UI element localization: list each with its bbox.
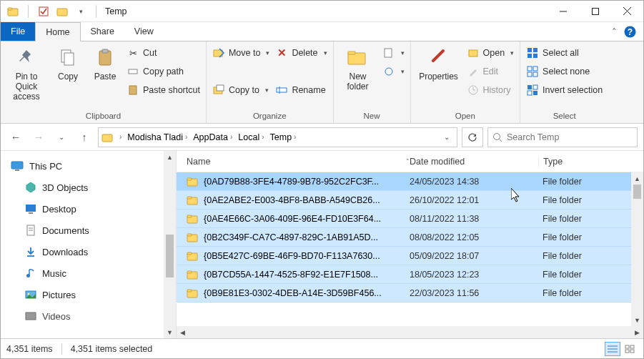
file-scrollbar-v[interactable]: ▲ ▼ [631,172,643,326]
svg-rect-53 [26,313,36,320]
file-name: {0AD79B88-3FE4-4789-9B78-952C2FC3F... [204,177,379,187]
file-row[interactable]: {0AE4E66C-3A06-409E-96E4-FD10E3F64...08/… [177,210,643,228]
copy-to-icon [212,84,225,97]
properties-qat-button[interactable] [36,4,51,19]
this-pc-icon [11,160,24,172]
cut-button[interactable]: ✂Cut [127,44,200,62]
tab-share[interactable]: Share [81,22,124,41]
folder-icon [101,132,113,143]
new-folder-icon [347,46,370,69]
select-all-button[interactable]: Select all [526,44,603,62]
file-row[interactable]: {0B2C349F-CA7C-4897-829C-1AB91A5D...08/0… [177,228,643,247]
file-row[interactable]: {0AD79B88-3FE4-4789-9B78-952C2FC3F...24/… [177,172,643,191]
tab-file[interactable]: File [1,22,35,41]
forward-button[interactable]: → [29,127,48,147]
nav-3d-objects[interactable]: 3D Objects [11,177,176,198]
nav-this-pc[interactable]: This PC [11,155,176,177]
svg-point-24 [385,68,392,75]
history-button[interactable]: History [467,82,515,99]
nav-music[interactable]: Music [11,262,176,284]
crumb-3[interactable]: Temp› [268,132,299,142]
pin-to-quick-access-button[interactable]: Pin to Quick access [6,44,46,102]
copy-path-button[interactable]: Copy path [127,63,200,80]
easy-access-button[interactable]: ▾ [382,63,405,80]
open-button[interactable]: Open▾ [467,44,515,62]
move-to-icon [212,46,225,59]
nav-videos[interactable]: Videos [11,305,176,327]
help-icon[interactable]: ? [624,26,636,38]
svg-rect-2 [39,7,48,16]
properties-button[interactable]: Properties [417,44,461,82]
new-item-button[interactable]: ▾ [382,44,405,62]
file-row[interactable]: {0B5E427C-69BE-46F9-BD70-F113A7630...05/… [177,247,643,265]
tab-view[interactable]: View [124,22,164,41]
ribbon-group-new: New folder ▾ ▾ New [334,41,411,123]
close-button[interactable] [611,1,643,22]
search-box[interactable]: Search Temp [487,127,638,147]
copy-to-button[interactable]: Copy to▾ [212,82,269,99]
address-bar: ← → ⌄ ↑ › Modisha Tladi› AppData› Local›… [1,124,643,151]
minimize-button[interactable] [547,1,579,22]
svg-point-52 [28,293,30,295]
search-icon [492,132,502,142]
svg-rect-28 [533,48,538,52]
paste-shortcut-button[interactable]: Paste shortcut [127,82,200,99]
videos-icon [25,310,36,322]
qat-dropdown[interactable]: ▾ [73,4,89,19]
edit-button[interactable]: Edit [467,63,515,80]
up-button[interactable]: ↑ [75,127,94,147]
nav-desktop[interactable]: Desktop [11,198,176,220]
address-dropdown[interactable]: ⌄ [440,133,454,141]
crumb-0[interactable]: Modisha Tladi› [125,132,189,142]
file-name: {0B9E81E3-0302-4DEB-A14E-3D59BF456... [204,288,382,298]
file-date: 24/05/2023 14:38 [410,177,538,187]
column-date[interactable]: Date modified [410,157,538,167]
cut-icon: ✂ [127,46,139,59]
crumb-2[interactable]: Local› [236,132,266,142]
new-folder-button[interactable]: New folder [340,44,377,92]
folder-icon [187,213,198,225]
nav-pictures[interactable]: Pictures [11,284,176,305]
details-view-button[interactable] [605,342,620,356]
file-date: 22/03/2023 11:56 [410,288,538,298]
file-date: 18/05/2023 12:23 [410,270,538,280]
delete-button[interactable]: ✕Delete▾ [275,44,327,62]
svg-rect-73 [625,350,629,353]
collapse-ribbon-icon[interactable]: ˄ [612,26,617,37]
recent-locations-button[interactable]: ⌄ [52,127,71,147]
copy-button[interactable]: Copy [52,44,84,82]
svg-rect-43 [15,169,19,171]
column-name[interactable]: Name˄ [177,157,410,167]
status-bar: 4,351 items 4,351 items selected [1,338,643,358]
svg-rect-29 [527,54,532,58]
column-type[interactable]: Type [538,157,631,167]
file-row[interactable]: {0AE2ABE2-E003-4BF8-BABB-A549CB26...26/1… [177,191,643,210]
refresh-button[interactable] [462,127,483,147]
svg-rect-11 [64,53,74,65]
maximize-button[interactable] [579,1,611,22]
new-folder-qat-button[interactable] [54,4,70,19]
back-button[interactable]: ← [6,127,25,147]
nav-scrollbar[interactable]: ▲ ▼ [164,151,176,338]
rename-button[interactable]: Rename [275,82,327,99]
nav-documents[interactable]: Documents [11,220,176,241]
svg-rect-38 [533,91,538,95]
crumb-root[interactable]: › [117,133,124,141]
thumbnails-view-button[interactable] [622,342,638,356]
file-row[interactable]: {0B7CD55A-1447-4525-8F92-E1E7F1508...18/… [177,265,643,284]
tab-home[interactable]: Home [35,22,80,41]
downloads-icon [25,246,36,257]
move-to-button[interactable]: Move to▾ [212,44,269,62]
breadcrumb-bar[interactable]: › Modisha Tladi› AppData› Local› Temp› ⌄ [98,127,457,147]
invert-selection-button[interactable]: Invert selection [526,82,603,99]
file-scrollbar-h[interactable]: ◀▶ [177,326,643,338]
file-row[interactable]: {0B9E81E3-0302-4DEB-A14E-3D59BF456...22/… [177,284,643,303]
svg-rect-30 [533,54,538,58]
nav-downloads[interactable]: Downloads [11,241,176,262]
paste-button[interactable]: Paste [89,44,121,82]
file-list-pane: Name˄ Date modified Type {0AD79B88-3FE4-… [177,151,643,338]
ribbon-group-open: Properties Open▾ Edit History Open [411,41,521,123]
crumb-1[interactable]: AppData› [191,132,234,142]
file-name: {0B2C349F-CA7C-4897-829C-1AB91A5D... [204,232,378,242]
select-none-button[interactable]: Select none [526,63,603,80]
